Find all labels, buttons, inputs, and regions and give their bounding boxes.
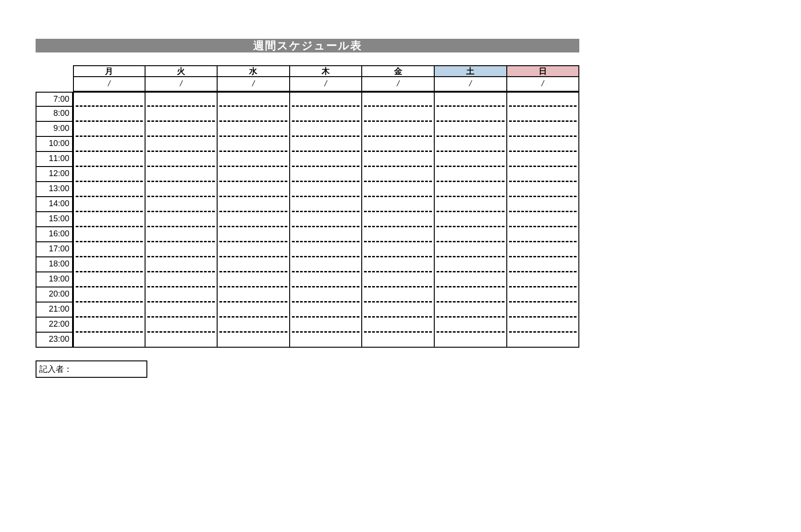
- schedule-slot[interactable]: [218, 212, 290, 227]
- schedule-slot[interactable]: [73, 137, 146, 152]
- schedule-slot[interactable]: [507, 242, 580, 257]
- schedule-slot[interactable]: [290, 212, 363, 227]
- date-cell-mon[interactable]: /: [73, 77, 146, 92]
- schedule-slot[interactable]: [146, 287, 218, 303]
- schedule-slot[interactable]: [290, 333, 363, 348]
- schedule-slot[interactable]: [73, 318, 146, 333]
- schedule-slot[interactable]: [73, 333, 146, 348]
- schedule-slot[interactable]: [218, 182, 290, 197]
- schedule-slot[interactable]: [507, 227, 580, 242]
- schedule-slot[interactable]: [218, 137, 290, 152]
- schedule-slot[interactable]: [435, 333, 507, 348]
- schedule-slot[interactable]: [73, 122, 146, 137]
- schedule-slot[interactable]: [290, 287, 363, 303]
- schedule-slot[interactable]: [290, 152, 363, 167]
- date-cell-tue[interactable]: /: [146, 77, 218, 92]
- schedule-slot[interactable]: [73, 303, 146, 318]
- schedule-slot[interactable]: [362, 272, 435, 287]
- schedule-slot[interactable]: [507, 318, 580, 333]
- schedule-slot[interactable]: [218, 152, 290, 167]
- schedule-slot[interactable]: [146, 137, 218, 152]
- schedule-slot[interactable]: [218, 92, 290, 107]
- schedule-slot[interactable]: [146, 303, 218, 318]
- schedule-slot[interactable]: [507, 167, 580, 182]
- schedule-slot[interactable]: [435, 303, 507, 318]
- schedule-slot[interactable]: [362, 257, 435, 272]
- schedule-slot[interactable]: [146, 272, 218, 287]
- schedule-slot[interactable]: [218, 318, 290, 333]
- schedule-slot[interactable]: [507, 212, 580, 227]
- schedule-slot[interactable]: [362, 92, 435, 107]
- schedule-slot[interactable]: [507, 287, 580, 303]
- schedule-slot[interactable]: [290, 182, 363, 197]
- schedule-slot[interactable]: [435, 318, 507, 333]
- schedule-slot[interactable]: [435, 242, 507, 257]
- schedule-slot[interactable]: [146, 212, 218, 227]
- schedule-slot[interactable]: [507, 152, 580, 167]
- schedule-slot[interactable]: [218, 122, 290, 137]
- schedule-slot[interactable]: [290, 272, 363, 287]
- schedule-slot[interactable]: [146, 152, 218, 167]
- schedule-slot[interactable]: [507, 272, 580, 287]
- schedule-slot[interactable]: [362, 152, 435, 167]
- schedule-slot[interactable]: [73, 92, 146, 107]
- schedule-slot[interactable]: [507, 137, 580, 152]
- schedule-slot[interactable]: [146, 318, 218, 333]
- schedule-slot[interactable]: [362, 197, 435, 212]
- author-box[interactable]: 記入者：: [36, 360, 147, 378]
- schedule-slot[interactable]: [146, 333, 218, 348]
- schedule-slot[interactable]: [218, 242, 290, 257]
- schedule-slot[interactable]: [73, 272, 146, 287]
- schedule-slot[interactable]: [146, 227, 218, 242]
- schedule-slot[interactable]: [362, 242, 435, 257]
- schedule-slot[interactable]: [435, 107, 507, 122]
- schedule-slot[interactable]: [218, 227, 290, 242]
- schedule-slot[interactable]: [218, 257, 290, 272]
- schedule-slot[interactable]: [146, 257, 218, 272]
- schedule-slot[interactable]: [362, 122, 435, 137]
- schedule-slot[interactable]: [435, 287, 507, 303]
- schedule-slot[interactable]: [362, 227, 435, 242]
- schedule-slot[interactable]: [290, 303, 363, 318]
- schedule-slot[interactable]: [146, 122, 218, 137]
- schedule-slot[interactable]: [73, 287, 146, 303]
- date-cell-thu[interactable]: /: [290, 77, 363, 92]
- schedule-slot[interactable]: [73, 182, 146, 197]
- schedule-slot[interactable]: [218, 333, 290, 348]
- schedule-slot[interactable]: [507, 303, 580, 318]
- schedule-slot[interactable]: [435, 272, 507, 287]
- schedule-slot[interactable]: [290, 122, 363, 137]
- schedule-slot[interactable]: [218, 107, 290, 122]
- schedule-slot[interactable]: [146, 167, 218, 182]
- schedule-slot[interactable]: [507, 122, 580, 137]
- schedule-slot[interactable]: [362, 318, 435, 333]
- date-cell-sun[interactable]: /: [507, 77, 580, 92]
- schedule-slot[interactable]: [146, 182, 218, 197]
- schedule-slot[interactable]: [73, 227, 146, 242]
- schedule-slot[interactable]: [290, 227, 363, 242]
- schedule-slot[interactable]: [146, 242, 218, 257]
- schedule-slot[interactable]: [435, 122, 507, 137]
- schedule-slot[interactable]: [290, 92, 363, 107]
- schedule-slot[interactable]: [218, 303, 290, 318]
- schedule-slot[interactable]: [362, 333, 435, 348]
- schedule-slot[interactable]: [73, 257, 146, 272]
- schedule-slot[interactable]: [362, 137, 435, 152]
- schedule-slot[interactable]: [507, 92, 580, 107]
- schedule-slot[interactable]: [507, 197, 580, 212]
- schedule-slot[interactable]: [218, 197, 290, 212]
- schedule-slot[interactable]: [362, 303, 435, 318]
- schedule-slot[interactable]: [362, 182, 435, 197]
- date-cell-wed[interactable]: /: [218, 77, 290, 92]
- schedule-slot[interactable]: [435, 197, 507, 212]
- date-cell-sat[interactable]: /: [435, 77, 507, 92]
- schedule-slot[interactable]: [362, 167, 435, 182]
- schedule-slot[interactable]: [73, 197, 146, 212]
- schedule-slot[interactable]: [507, 107, 580, 122]
- schedule-slot[interactable]: [435, 137, 507, 152]
- schedule-slot[interactable]: [435, 152, 507, 167]
- schedule-slot[interactable]: [73, 107, 146, 122]
- schedule-slot[interactable]: [218, 287, 290, 303]
- schedule-slot[interactable]: [218, 272, 290, 287]
- schedule-slot[interactable]: [290, 318, 363, 333]
